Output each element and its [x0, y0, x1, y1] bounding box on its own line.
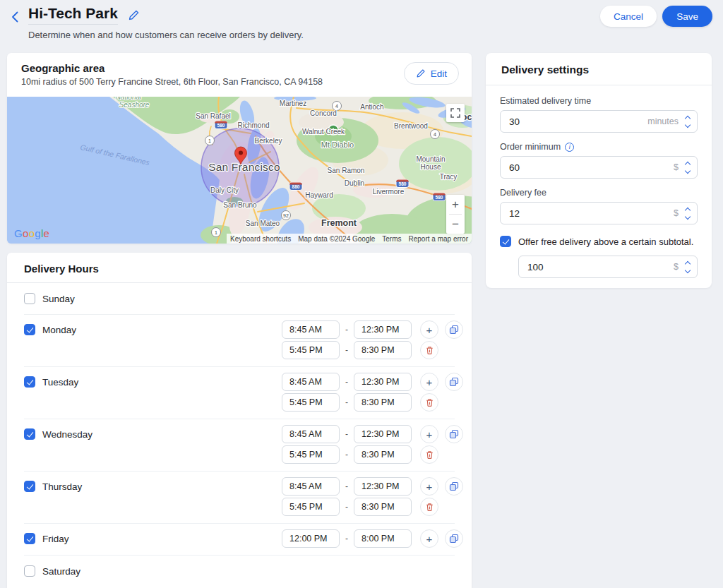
stepper-up-icon[interactable]	[685, 115, 691, 121]
day-checkbox-thursday[interactable]	[24, 481, 35, 492]
stepper-down-icon[interactable]	[685, 213, 691, 219]
map-label: Fremont	[321, 218, 357, 228]
delivery-settings-panel: Delivery settings Estimated delivery tim…	[486, 53, 712, 288]
time-input-start[interactable]: 8:45 AM	[282, 373, 340, 391]
number-stepper[interactable]	[686, 162, 690, 173]
edit-title-button[interactable]	[128, 9, 140, 21]
stepper-down-icon[interactable]	[685, 267, 691, 272]
free-delivery-checkbox[interactable]	[500, 236, 511, 247]
time-slot-row: 12:00 PM-8:00 PM+	[282, 529, 463, 548]
map-label: House	[421, 163, 441, 171]
input-suffix: $	[674, 262, 679, 272]
map-label: Dublin	[345, 179, 364, 187]
day-label: Sunday	[42, 294, 75, 304]
map-label: Daly City	[210, 186, 239, 194]
time-input-end[interactable]: 8:30 PM	[354, 393, 412, 412]
time-input-end[interactable]: 8:30 PM	[354, 341, 412, 359]
attribution-link[interactable]: Report a map error	[405, 235, 472, 243]
info-icon[interactable]: i	[565, 143, 574, 152]
map-canvas[interactable]: 580580580880114492NationalSeashoreGulf o…	[7, 97, 472, 244]
field-label: Estimated delivery time	[500, 96, 698, 106]
copy-icon	[449, 377, 459, 387]
day-checkbox-friday[interactable]	[24, 533, 35, 544]
time-input-start[interactable]: 5:45 PM	[282, 393, 340, 412]
pencil-icon	[416, 68, 426, 78]
free-delivery-subtotal-input[interactable]: 100$	[518, 256, 698, 278]
day-checkbox-monday[interactable]	[24, 324, 35, 335]
range-separator: -	[340, 345, 354, 355]
page-subtitle: Determine when and how customers can rec…	[28, 30, 304, 40]
zoom-out-button[interactable]: −	[446, 215, 465, 234]
input-suffix: minutes	[647, 116, 679, 126]
edit-area-button[interactable]: Edit	[404, 62, 459, 85]
time-input-end[interactable]: 12:30 PM	[354, 320, 412, 339]
add-time-slot-button[interactable]: +	[420, 425, 438, 443]
page-title: Hi-Tech Park	[28, 5, 118, 25]
geographic-area-address: 10mi radius of 500 Terry Francine Street…	[21, 77, 458, 87]
time-input-start[interactable]: 12:00 PM	[282, 529, 340, 548]
zoom-in-button[interactable]: +	[446, 195, 465, 214]
stepper-down-icon[interactable]	[685, 121, 691, 127]
back-button[interactable]	[6, 8, 24, 26]
range-separator: -	[340, 502, 354, 512]
stepper-down-icon[interactable]	[685, 167, 691, 173]
attribution-link[interactable]: Map data ©2024 Google	[294, 235, 378, 243]
attribution-link[interactable]: Keyboard shortcuts	[227, 235, 294, 243]
time-input-start[interactable]: 8:45 AM	[282, 425, 340, 443]
stepper-up-icon[interactable]	[685, 260, 691, 266]
add-time-slot-button[interactable]: +	[420, 373, 438, 391]
delete-time-slot-button[interactable]	[420, 341, 438, 359]
range-separator: -	[340, 325, 354, 335]
map[interactable]: 580580580880114492NationalSeashoreGulf o…	[7, 97, 472, 244]
time-input-start[interactable]: 5:45 PM	[282, 445, 340, 464]
time-input-end[interactable]: 12:30 PM	[354, 477, 412, 496]
add-time-slot-button[interactable]: +	[420, 320, 438, 339]
pencil-icon	[128, 9, 140, 21]
time-input-end[interactable]: 12:30 PM	[354, 425, 412, 443]
number-stepper[interactable]	[686, 262, 690, 272]
delivery-hours-title: Delivery Hours	[7, 253, 472, 283]
day-checkbox-sunday[interactable]	[24, 293, 35, 304]
google-logo[interactable]: Google	[14, 227, 49, 239]
save-button[interactable]: Save	[662, 6, 712, 27]
order-minimum-input[interactable]: 60$	[500, 156, 698, 179]
number-stepper[interactable]	[686, 116, 690, 127]
time-input-end[interactable]: 8:00 PM	[354, 529, 412, 548]
attribution-link[interactable]: Terms	[378, 235, 405, 243]
copy-hours-button[interactable]	[445, 529, 463, 548]
time-slots: 8:45 AM-12:30 PM+5:45 PM-8:30 PM	[282, 477, 463, 516]
time-input-start[interactable]: 5:45 PM	[282, 498, 340, 516]
fullscreen-button[interactable]	[446, 104, 465, 122]
copy-hours-button[interactable]	[445, 425, 463, 443]
copy-hours-button[interactable]	[445, 477, 463, 496]
time-input-end[interactable]: 12:30 PM	[354, 373, 412, 391]
number-stepper[interactable]	[686, 208, 690, 219]
day-checkbox-tuesday[interactable]	[24, 376, 35, 388]
copy-hours-button[interactable]	[445, 373, 463, 391]
time-input-end[interactable]: 8:30 PM	[354, 498, 412, 516]
day-row-tuesday: Tuesday8:45 AM-12:30 PM+5:45 PM-8:30 PM	[7, 367, 472, 419]
fullscreen-icon	[450, 108, 460, 118]
delete-time-slot-button[interactable]	[420, 445, 438, 464]
svg-text:580: 580	[217, 123, 225, 128]
day-checkbox-saturday[interactable]	[24, 565, 35, 577]
cancel-button[interactable]: Cancel	[600, 6, 657, 27]
add-time-slot-button[interactable]: +	[420, 529, 438, 548]
time-slots: 8:45 AM-12:30 PM+5:45 PM-8:30 PM	[282, 425, 463, 464]
copy-hours-button[interactable]	[445, 320, 463, 339]
time-input-start[interactable]: 8:45 AM	[282, 320, 340, 339]
road-shield: 580	[215, 121, 227, 128]
day-row-thursday: Thursday8:45 AM-12:30 PM+5:45 PM-8:30 PM	[7, 472, 472, 523]
stepper-up-icon[interactable]	[685, 207, 691, 212]
add-time-slot-button[interactable]: +	[420, 477, 438, 496]
time-input-start[interactable]: 5:45 PM	[282, 341, 340, 359]
time-input-start[interactable]: 8:45 AM	[282, 477, 340, 496]
delete-time-slot-button[interactable]	[420, 498, 438, 516]
copy-icon	[449, 534, 459, 544]
estimated-delivery-time-input[interactable]: 30minutes	[500, 110, 698, 133]
time-input-end[interactable]: 8:30 PM	[354, 445, 412, 464]
delivery-fee-input[interactable]: 12$	[500, 202, 698, 224]
stepper-up-icon[interactable]	[685, 161, 691, 167]
delete-time-slot-button[interactable]	[420, 393, 438, 412]
day-checkbox-wednesday[interactable]	[24, 428, 35, 440]
